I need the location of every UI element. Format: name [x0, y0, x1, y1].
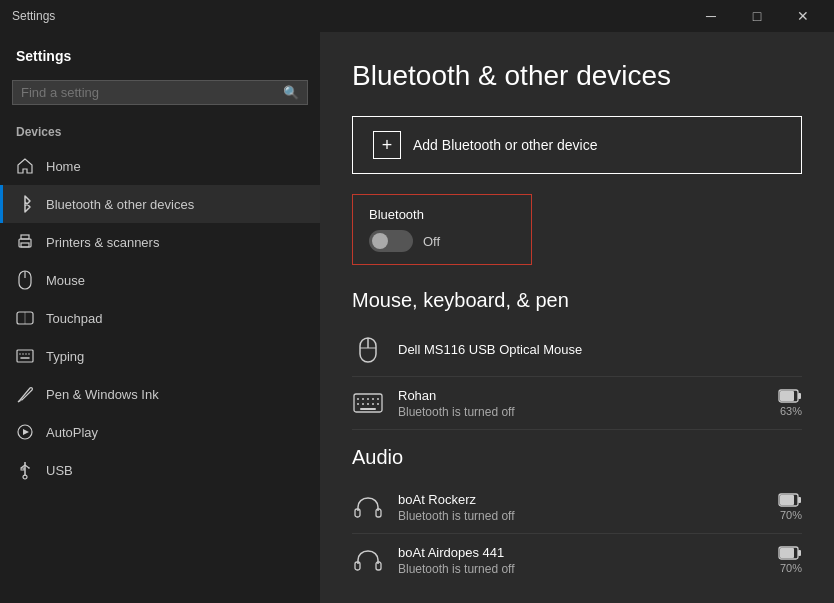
keyboard-device-icon: [352, 387, 384, 419]
sidebar-item-mouse[interactable]: Mouse: [0, 261, 320, 299]
toggle-knob: [372, 233, 388, 249]
sidebar-item-autoplay[interactable]: AutoPlay: [0, 413, 320, 451]
typing-icon: [16, 347, 34, 365]
device-info-airdopes: boAt Airdopes 441 Bluetooth is turned of…: [398, 545, 764, 576]
title-bar-left: Settings: [12, 9, 55, 23]
headset-icon-rockerz: [352, 491, 384, 523]
title-bar: Settings ─ □ ✕: [0, 0, 834, 32]
sidebar-item-pen-label: Pen & Windows Ink: [46, 387, 159, 402]
sidebar-item-typing[interactable]: Typing: [0, 337, 320, 375]
battery-info-rohan: 63%: [778, 389, 802, 417]
sidebar-item-bluetooth-label: Bluetooth & other devices: [46, 197, 194, 212]
add-device-button[interactable]: + Add Bluetooth or other device: [352, 116, 802, 174]
search-box[interactable]: 🔍: [12, 80, 308, 105]
bluetooth-icon: [16, 195, 34, 213]
sidebar-title: Settings: [0, 40, 320, 80]
device-status-rohan: Bluetooth is turned off: [398, 405, 764, 419]
section-heading-audio: Audio: [352, 446, 802, 469]
sidebar-item-touchpad-label: Touchpad: [46, 311, 102, 326]
autoplay-icon: [16, 423, 34, 441]
device-name-airdopes: boAt Airdopes 441: [398, 545, 764, 560]
toggle-row: Off: [369, 230, 515, 252]
device-name-rockerz: boAt Rockerz: [398, 492, 764, 507]
page-title: Bluetooth & other devices: [352, 60, 802, 92]
section-heading-mouse: Mouse, keyboard, & pen: [352, 289, 802, 312]
battery-info-airdopes: 70%: [778, 546, 802, 574]
battery-icon-rockerz: [778, 493, 802, 507]
pen-icon: [16, 385, 34, 403]
touchpad-icon: [16, 309, 34, 327]
svg-rect-48: [798, 550, 801, 556]
svg-marker-14: [23, 429, 29, 435]
device-item-rockerz[interactable]: boAt Rockerz Bluetooth is turned off 70%: [352, 481, 802, 534]
device-info-rohan: Rohan Bluetooth is turned off: [398, 388, 764, 419]
svg-rect-7: [17, 350, 33, 362]
bluetooth-toggle[interactable]: [369, 230, 413, 252]
device-name-dell-mouse: Dell MS116 USB Optical Mouse: [398, 342, 802, 357]
svg-rect-2: [21, 243, 29, 247]
minimize-button[interactable]: ─: [688, 0, 734, 32]
sidebar: Settings 🔍 Devices Home Bluetooth & othe…: [0, 32, 320, 603]
add-device-label: Add Bluetooth or other device: [413, 137, 597, 153]
maximize-button[interactable]: □: [734, 0, 780, 32]
content-area: Bluetooth & other devices + Add Bluetoot…: [320, 32, 834, 603]
app-title: Settings: [12, 9, 55, 23]
bluetooth-status: Off: [423, 234, 440, 249]
headset-icon-airdopes: [352, 544, 384, 576]
device-info-dell-mouse: Dell MS116 USB Optical Mouse: [398, 342, 802, 359]
battery-info-rockerz: 70%: [778, 493, 802, 521]
mouse-device-icon: [352, 334, 384, 366]
sidebar-item-home[interactable]: Home: [0, 147, 320, 185]
sidebar-item-typing-label: Typing: [46, 349, 84, 364]
sidebar-item-home-label: Home: [46, 159, 81, 174]
device-item-airdopes[interactable]: boAt Airdopes 441 Bluetooth is turned of…: [352, 534, 802, 586]
bluetooth-section: Bluetooth Off: [352, 194, 532, 265]
device-info-rockerz: boAt Rockerz Bluetooth is turned off: [398, 492, 764, 523]
device-item-dell-mouse[interactable]: Dell MS116 USB Optical Mouse: [352, 324, 802, 377]
battery-icon-rohan: [778, 389, 802, 403]
device-status-airdopes: Bluetooth is turned off: [398, 562, 764, 576]
sidebar-item-usb[interactable]: USB: [0, 451, 320, 489]
sidebar-item-bluetooth[interactable]: Bluetooth & other devices: [0, 185, 320, 223]
close-button[interactable]: ✕: [780, 0, 826, 32]
svg-rect-18: [21, 468, 24, 470]
svg-rect-37: [780, 391, 794, 401]
bluetooth-label: Bluetooth: [369, 207, 515, 222]
device-item-rohan[interactable]: Rohan Bluetooth is turned off 63%: [352, 377, 802, 430]
mouse-nav-icon: [16, 271, 34, 289]
svg-rect-38: [798, 393, 801, 399]
usb-icon: [16, 461, 34, 479]
sidebar-item-touchpad[interactable]: Touchpad: [0, 299, 320, 337]
sidebar-item-usb-label: USB: [46, 463, 73, 478]
sidebar-item-pen[interactable]: Pen & Windows Ink: [0, 375, 320, 413]
search-icon: 🔍: [283, 85, 299, 100]
sidebar-section-label: Devices: [0, 121, 320, 147]
svg-rect-47: [780, 548, 794, 558]
battery-pct-rohan: 63%: [780, 405, 802, 417]
printers-icon: [16, 233, 34, 251]
battery-pct-airdopes: 70%: [780, 562, 802, 574]
sidebar-item-mouse-label: Mouse: [46, 273, 85, 288]
battery-pct-rockerz: 70%: [780, 509, 802, 521]
sidebar-item-autoplay-label: AutoPlay: [46, 425, 98, 440]
sidebar-item-printers[interactable]: Printers & scanners: [0, 223, 320, 261]
svg-rect-43: [798, 497, 801, 503]
device-name-rohan: Rohan: [398, 388, 764, 403]
svg-rect-42: [780, 495, 794, 505]
device-status-rockerz: Bluetooth is turned off: [398, 509, 764, 523]
title-bar-controls: ─ □ ✕: [688, 0, 826, 32]
sidebar-item-printers-label: Printers & scanners: [46, 235, 159, 250]
app-body: Settings 🔍 Devices Home Bluetooth & othe…: [0, 32, 834, 603]
battery-icon-airdopes: [778, 546, 802, 560]
search-input[interactable]: [21, 85, 275, 100]
svg-rect-1: [21, 235, 29, 239]
home-icon: [16, 157, 34, 175]
plus-icon: +: [373, 131, 401, 159]
